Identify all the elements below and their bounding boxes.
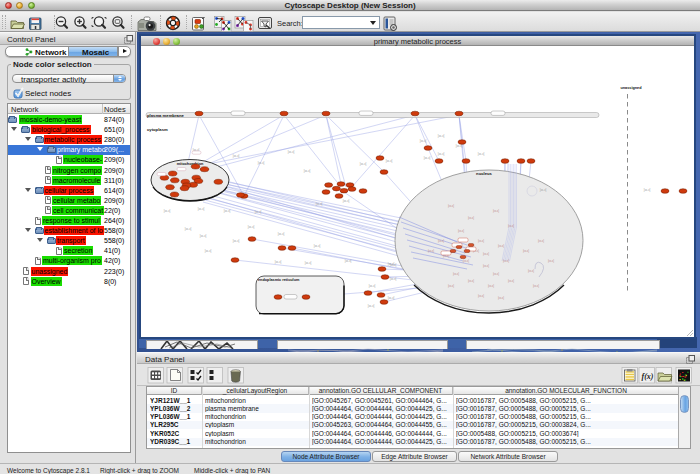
svg-text:[xx-x]: [xx-x] — [438, 152, 445, 156]
svg-text:[xx-x]: [xx-x] — [540, 188, 547, 192]
svg-text:[xx-x]: [xx-x] — [468, 279, 474, 283]
svg-text:[xx-x]: [xx-x] — [523, 249, 529, 253]
svg-text:[xx-x]: [xx-x] — [343, 199, 350, 203]
svg-text:[xx-x]: [xx-x] — [305, 261, 312, 265]
svg-text:[xx-x]: [xx-x] — [369, 284, 376, 288]
svg-text:[xx-x]: [xx-x] — [198, 207, 205, 211]
svg-text:[xx-x]: [xx-x] — [448, 284, 454, 288]
svg-text:[xx-x]: [xx-x] — [533, 284, 539, 288]
svg-text:f(x): f(x) — [642, 372, 654, 381]
svg-text:[xx-x]: [xx-x] — [233, 154, 240, 158]
svg-text:[xx-x]: [xx-x] — [233, 239, 240, 243]
svg-text:[xx-x]: [xx-x] — [448, 204, 454, 208]
svg-text:[xx-x]: [xx-x] — [388, 262, 395, 266]
svg-text:[xx-x]: [xx-x] — [205, 249, 212, 253]
svg-text:[xx-x]: [xx-x] — [478, 294, 484, 298]
svg-text:[xx-x]: [xx-x] — [483, 252, 489, 256]
svg-text:[xx-x]: [xx-x] — [478, 239, 484, 243]
svg-text:[xx-x]: [xx-x] — [258, 161, 265, 165]
svg-text:[xx-x]: [xx-x] — [386, 159, 393, 163]
svg-text:[xx-x]: [xx-x] — [488, 284, 494, 288]
svg-text:[xx-x]: [xx-x] — [248, 225, 255, 229]
svg-text:[xx-x]: [xx-x] — [390, 277, 397, 281]
svg-text:[xx-x]: [xx-x] — [458, 229, 464, 233]
svg-text:[xx-x]: [xx-x] — [185, 227, 192, 231]
svg-text:[xx-x]: [xx-x] — [528, 269, 534, 273]
svg-text:[xx-x]: [xx-x] — [314, 244, 321, 248]
svg-text:[xx-x]: [xx-x] — [200, 234, 207, 238]
svg-text:[xx-x]: [xx-x] — [508, 279, 514, 283]
svg-text:cytoplasm: cytoplasm — [147, 127, 168, 132]
svg-text:[xx-x]: [xx-x] — [428, 249, 434, 253]
svg-text:[xx-x]: [xx-x] — [224, 209, 231, 213]
svg-text:[xx-x]: [xx-x] — [275, 260, 282, 264]
svg-text:[xx-x]: [xx-x] — [498, 244, 504, 248]
svg-text:[xx-x]: [xx-x] — [644, 188, 651, 192]
svg-text:[xx-x]: [xx-x] — [538, 239, 544, 243]
svg-text:[xx-x]: [xx-x] — [456, 144, 463, 148]
svg-text:[xx-x]: [xx-x] — [304, 169, 311, 173]
svg-text:[xx-x]: [xx-x] — [164, 209, 171, 213]
svg-text:[xx-x]: [xx-x] — [508, 224, 514, 228]
svg-text:mitochondrion: mitochondrion — [177, 162, 204, 166]
svg-text:[xx-x]: [xx-x] — [288, 150, 295, 154]
svg-text:[xx-x]: [xx-x] — [438, 134, 445, 138]
svg-text:[xx-x]: [xx-x] — [498, 296, 504, 300]
svg-text:[xx-x]: [xx-x] — [483, 264, 489, 268]
svg-text:[xx-x]: [xx-x] — [345, 259, 352, 263]
svg-text:[xx-x]: [xx-x] — [388, 296, 395, 300]
svg-text:[xx-x]: [xx-x] — [468, 216, 474, 220]
svg-text:[xx-x]: [xx-x] — [503, 259, 509, 263]
svg-text:[xx-x]: [xx-x] — [360, 162, 367, 166]
svg-text:endoplasmic reticulum: endoplasmic reticulum — [258, 278, 300, 282]
svg-text:[xx-x]: [xx-x] — [478, 152, 485, 156]
svg-text:[xx-x]: [xx-x] — [316, 202, 323, 206]
svg-text:[xx-x]: [xx-x] — [463, 259, 469, 263]
svg-text:[xx-x]: [xx-x] — [420, 139, 427, 143]
svg-text:[xx-x]: [xx-x] — [493, 209, 499, 213]
svg-text:[xx-x]: [xx-x] — [548, 259, 554, 263]
svg-text:plasma membrane: plasma membrane — [147, 113, 184, 118]
svg-text:[xx-x]: [xx-x] — [278, 232, 285, 236]
svg-text:[xx-x]: [xx-x] — [493, 272, 499, 276]
svg-text:nucleus: nucleus — [476, 171, 492, 176]
svg-text:[xx-x]: [xx-x] — [453, 272, 459, 276]
svg-text:[xx-x]: [xx-x] — [255, 210, 262, 214]
svg-text:[xx-x]: [xx-x] — [368, 304, 375, 308]
svg-text:unassigned: unassigned — [620, 86, 642, 90]
svg-text:[xx-x]: [xx-x] — [424, 156, 431, 160]
svg-text:[xx-x]: [xx-x] — [438, 239, 444, 243]
